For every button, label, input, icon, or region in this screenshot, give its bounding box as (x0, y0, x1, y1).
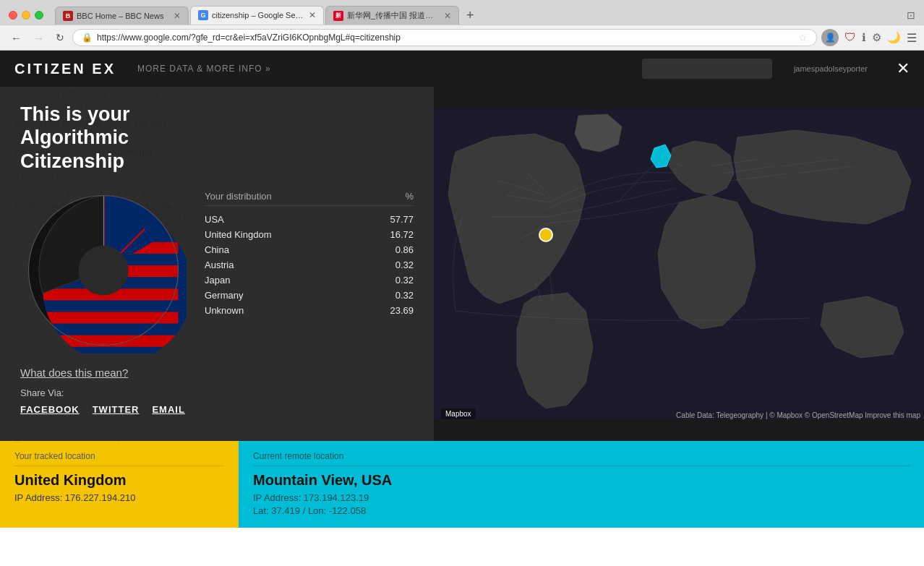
tracked-location-label: Your tracked location (14, 451, 224, 466)
tab-close-2[interactable]: ✕ (309, 10, 316, 20)
cx-header: CITIZEN EX MORE DATA & MORE INFO » james… (0, 51, 924, 87)
traffic-light-green[interactable] (35, 11, 43, 20)
citex-icon[interactable]: ⚙ (872, 31, 881, 44)
share-email[interactable]: EMAIL (152, 404, 184, 415)
tab-close-1[interactable]: ✕ (174, 11, 181, 21)
profile-icon[interactable]: 👤 (821, 29, 839, 46)
tracked-country: United Kingdom (14, 472, 224, 489)
window-resize-button[interactable]: ⊡ (907, 9, 915, 21)
tab-label-2: citizenship – Google Searc… (212, 11, 305, 20)
cx-username: jamespadolseyporter (794, 64, 868, 73)
moon-icon[interactable]: 🌙 (887, 31, 901, 44)
adblock-icon[interactable]: 🛡 (844, 31, 856, 44)
cx-more-info[interactable]: MORE DATA & MORE INFO » (137, 64, 271, 74)
traffic-light-red[interactable] (9, 11, 17, 20)
info-icon[interactable]: ℹ (862, 31, 866, 44)
distribution-row: Japan0.32 (205, 273, 414, 288)
share-twitter[interactable]: TWITTER (93, 404, 140, 415)
remote-location-panel: Current remote location Mountain View, U… (239, 441, 924, 528)
back-button[interactable]: ← (7, 30, 25, 46)
traffic-light-yellow[interactable] (22, 11, 30, 20)
cx-left-panel: This is your Algorithmic Citizenship (0, 87, 434, 441)
percent-col-header: % (405, 191, 414, 202)
remote-ip: IP Address: 173.194.123.19 (253, 492, 910, 503)
tracked-ip: IP Address: 176.227.194.210 (14, 492, 224, 503)
forward-button: → (30, 30, 48, 46)
citizenship-pie-chart (20, 187, 187, 353)
tab-close-3[interactable]: ✕ (444, 11, 451, 21)
new-tab-button[interactable]: + (461, 7, 480, 25)
browser-tab-1[interactable]: B BBC Home – BBC News ✕ (55, 7, 189, 25)
tab-label-3: 新华网_传播中国 报道世界 (347, 10, 440, 21)
browser-tab-2[interactable]: G citizenship – Google Searc… ✕ (190, 6, 324, 25)
distribution-row: USA57.77 (205, 212, 414, 227)
tracked-location-panel: Your tracked location United Kingdom IP … (0, 441, 239, 528)
browser-tab-3[interactable]: 新 新华网_传播中国 报道世界 ✕ (325, 6, 459, 25)
distribution-row: Austria0.32 (205, 257, 414, 273)
tab-label-1: BBC Home – BBC News (77, 12, 170, 20)
svg-point-18 (542, 231, 549, 239)
remote-city: Mountain View, USA (253, 472, 910, 489)
distribution-row: United Kingdom16.72 (205, 227, 414, 242)
cx-logo: CITIZEN EX (14, 61, 116, 77)
distribution-row: Unknown23.69 (205, 303, 414, 318)
world-map-svg (434, 87, 924, 441)
cx-title: This is your Algorithmic Citizenship (20, 103, 223, 173)
svg-point-15 (79, 246, 129, 296)
bookmark-icon[interactable]: ☆ (798, 32, 808, 43)
map-cable-credit: Cable Data: Telegeography | © Mapbox © O… (676, 411, 920, 419)
remote-latlon: Lat: 37.419 / Lon: -122.058 (253, 505, 910, 516)
distribution-row: China0.86 (205, 242, 414, 257)
mapbox-credit: Mapbox (441, 408, 476, 419)
distribution-row: Germany0.32 (205, 288, 414, 303)
svg-rect-6 (29, 312, 179, 324)
address-bar-url[interactable]: https://www.google.com/?gfe_rd=cr&ei=xf5… (97, 33, 794, 43)
ssl-lock-icon: 🔒 (82, 33, 93, 43)
distribution-col-header: Your distribution (205, 191, 272, 202)
share-facebook[interactable]: FACEBOOK (20, 404, 80, 415)
menu-icon[interactable]: ☰ (907, 31, 917, 45)
cx-meaning-label[interactable]: What does this mean? (20, 366, 414, 379)
reload-button[interactable]: ↻ (52, 30, 68, 45)
cx-close-button[interactable]: ✕ (897, 59, 910, 78)
remote-location-label: Current remote location (253, 451, 910, 466)
cx-distribution-table: Your distribution % USA57.77United Kingd… (205, 187, 414, 318)
cx-map-panel: Mapbox Cable Data: Telegeography | © Map… (434, 87, 924, 441)
cx-share-label: Share Via: (20, 387, 414, 398)
